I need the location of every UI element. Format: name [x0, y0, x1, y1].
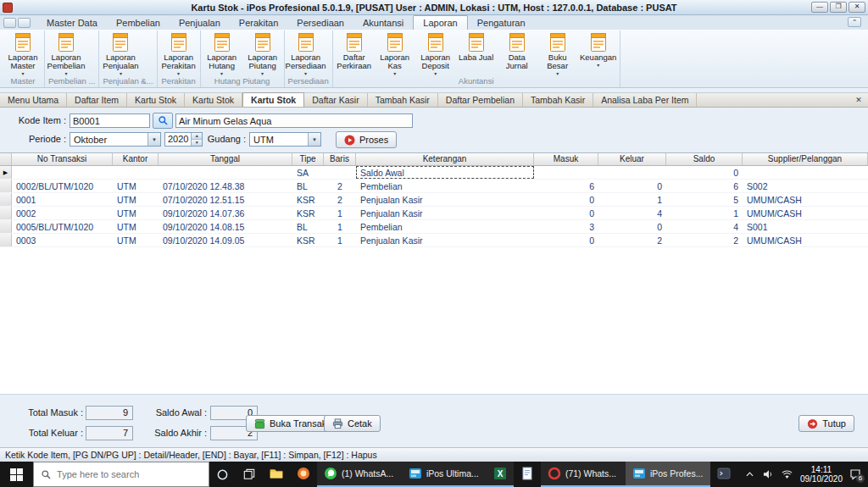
action-center-button[interactable]: 6 [849, 469, 861, 480]
doc-tab-menu-utama-0[interactable]: Menu Utama [0, 93, 67, 107]
doc-tab-kartu-stok-2[interactable]: Kartu Stok [127, 93, 185, 107]
cell-masuk [534, 166, 598, 179]
ribbon-button-laporan-deposit[interactable]: Laporan Deposit▾ [415, 30, 456, 76]
cortana-button[interactable] [209, 462, 236, 487]
ribbon-tab-akuntansi[interactable]: Akuntansi [353, 16, 413, 30]
column-header-tanggal[interactable]: Tanggal [159, 153, 292, 165]
ribbon-tab-penjualan[interactable]: Penjualan [170, 16, 230, 30]
ribbon-group-persediaan: Laporan Persediaan▾Persediaan [285, 30, 333, 87]
table-row[interactable]: 0005/BL/UTM/1020UTM09/10/2020 14.08.15BL… [0, 220, 868, 234]
doc-tab-analisa-laba-per-item-9[interactable]: Analisa Laba Per Item [593, 93, 697, 107]
gudang-select[interactable]: UTM ▼ [249, 132, 321, 147]
network-wifi-icon[interactable] [782, 469, 793, 480]
grid-body[interactable]: ▶SASaldo Awal00002/BL/UTM/1020UTM07/10/2… [0, 166, 868, 394]
taskbar-item-browser-orange-1[interactable] [290, 462, 317, 487]
ribbon-button-data-jurnal[interactable]: Data Jurnal [497, 30, 537, 75]
taskbar-search-input[interactable] [57, 469, 192, 479]
close-button[interactable]: ✕ [849, 2, 865, 13]
cetak-button[interactable]: Cetak [324, 415, 381, 432]
doc-tab-daftar-pembelian-7[interactable]: Daftar Pembelian [438, 93, 523, 107]
column-header-keterangan[interactable]: Keterangan [356, 153, 534, 165]
ribbon-button-laporan-pembelian[interactable]: Laporan Pembelian▾ [46, 30, 86, 76]
doc-tab-tambah-kasir-6[interactable]: Tambah Kasir [368, 93, 438, 107]
column-header-saldo[interactable]: Saldo [666, 153, 743, 165]
table-row[interactable]: 0002UTM09/10/2020 14.07.36KSR1Penjualan … [0, 207, 868, 220]
ribbon-button-keuangan[interactable]: Keuangan▾ [578, 30, 619, 75]
taskbar-search-box[interactable] [33, 462, 209, 487]
ribbon-group-label: Hutang Piutang [202, 76, 283, 87]
summary-footer: Total Masuk : 9 Saldo Awal : 0 Total Kel… [0, 394, 868, 447]
tray-chevron-up-icon[interactable] [744, 469, 756, 480]
ribbon-tab-pembelian[interactable]: Pembelian [107, 16, 170, 30]
maximize-button[interactable]: ❐ [830, 2, 847, 13]
ribbon-button-laporan-kas[interactable]: Laporan Kas▾ [375, 30, 415, 76]
doc-tab-daftar-item-1[interactable]: Daftar Item [67, 93, 127, 107]
minimize-button[interactable]: — [811, 2, 828, 13]
ribbon-tab-master-data[interactable]: Master Data [37, 16, 107, 30]
spin-down-icon[interactable]: ▼ [192, 140, 202, 146]
ribbon-button-laporan-penjualan[interactable]: Laporan Penjualan▾ [100, 30, 141, 76]
ribbon-button-laporan-persediaan[interactable]: Laporan Persediaan▾ [286, 30, 326, 76]
ribbon-tab-laporan[interactable]: Laporan [413, 15, 467, 30]
task-view-button[interactable] [236, 462, 263, 487]
tutup-button[interactable]: Tutup [798, 415, 854, 432]
doc-tab-kartu-stok-3[interactable]: Kartu Stok [185, 93, 242, 107]
table-row[interactable]: 0003UTM09/10/2020 14.09.05KSR1Penjualan … [0, 234, 868, 247]
taskbar-item-excel-4[interactable]: X [487, 462, 514, 487]
qat-window-icon[interactable] [3, 18, 16, 28]
ribbon-tab-pengaturan[interactable]: Pengaturan [468, 16, 535, 30]
kode-item-input[interactable] [70, 113, 150, 128]
column-header-supplier-pelanggan[interactable]: Supplier/Pelanggan [743, 153, 868, 165]
cell-tipe: BL [292, 220, 324, 233]
tahun-stepper[interactable]: 2020 ▲▼ [164, 132, 203, 147]
report-document-icon [14, 32, 32, 53]
tab-close-icon[interactable]: ✕ [854, 96, 864, 104]
ribbon-button-laporan-perakitan[interactable]: Laporan Perakitan▾ [159, 30, 199, 76]
taskbar-item-file-explorer-0[interactable] [263, 462, 290, 487]
doc-tab-tambah-kasir-8[interactable]: Tambah Kasir [523, 93, 593, 107]
column-header-no-transaksi[interactable]: No Transaksi [12, 153, 113, 165]
ribbon-button-laporan-piutang[interactable]: Laporan Piutang▾ [242, 30, 283, 76]
cell-baris [324, 166, 356, 179]
table-row[interactable]: 0001UTM07/10/2020 12.51.15KSR2Penjualan … [0, 193, 868, 207]
ribbon-button-laporan-master[interactable]: Laporan Master▾ [3, 30, 43, 76]
app-logo-icon [3, 3, 13, 13]
taskbar-item-ipos-7[interactable]: iPos Profes... [626, 462, 710, 487]
taskbar-clock[interactable]: 14:11 09/10/2020 [800, 465, 843, 484]
doc-tab-daftar-kasir-5[interactable]: Daftar Kasir [304, 93, 367, 107]
ribbon-button-label: Laporan Kas [375, 53, 415, 70]
periode-select[interactable]: Oktober ▼ [70, 132, 161, 147]
doc-tab-kartu-stok-4[interactable]: Kartu Stok [242, 92, 304, 107]
qat-grid-icon[interactable] [18, 18, 31, 28]
ribbon-tab-persediaan[interactable]: Persediaan [287, 16, 353, 30]
cell-kantor: UTM [113, 234, 159, 246]
ribbon-tab-perakitan[interactable]: Perakitan [230, 16, 287, 30]
table-row[interactable]: ▶SASaldo Awal0 [0, 166, 868, 180]
clock-time: 14:11 [800, 465, 843, 475]
ribbon-button-laporan-hutang[interactable]: Laporan Hutang▾ [202, 30, 242, 76]
ribbon-button-buku-besar[interactable]: Buku Besar▾ [537, 30, 578, 76]
taskbar-item-ipos-3[interactable]: iPos Ultima... [402, 462, 487, 487]
taskbar-item-console-8[interactable] [710, 462, 737, 487]
cell-masuk: 0 [534, 207, 598, 219]
column-header-keluar[interactable]: Keluar [598, 153, 666, 165]
taskbar-item-notepad-5[interactable] [514, 462, 541, 487]
ribbon-collapse-button[interactable]: ⌃ [848, 17, 861, 27]
spin-up-icon[interactable]: ▲ [192, 133, 202, 140]
column-header-baris[interactable]: Baris [324, 153, 356, 165]
cell-tipe: KSR [292, 234, 324, 246]
proses-button[interactable]: Proses [336, 131, 397, 148]
start-button[interactable] [0, 462, 33, 487]
ribbon-button-laba-jual[interactable]: Laba Jual [456, 30, 497, 75]
table-row[interactable]: 0002/BL/UTM/1020UTM07/10/2020 12.48.38BL… [0, 180, 868, 193]
report-document-icon [589, 32, 608, 53]
taskbar-item-opera-6[interactable]: (71) Whats... [541, 462, 626, 487]
total-keluar-label: Total Keluar : [15, 428, 83, 438]
column-header-tipe[interactable]: Tipe [292, 153, 324, 165]
column-header-masuk[interactable]: Masuk [534, 153, 598, 165]
search-item-button[interactable] [153, 113, 173, 129]
taskbar-item-whatsapp-2[interactable]: (1) WhatsA... [317, 462, 402, 487]
ribbon-button-daftar-perkiraan[interactable]: Daftar Perkiraan [334, 30, 375, 75]
volume-icon[interactable] [763, 469, 775, 480]
column-header-kantor[interactable]: Kantor [113, 153, 159, 165]
